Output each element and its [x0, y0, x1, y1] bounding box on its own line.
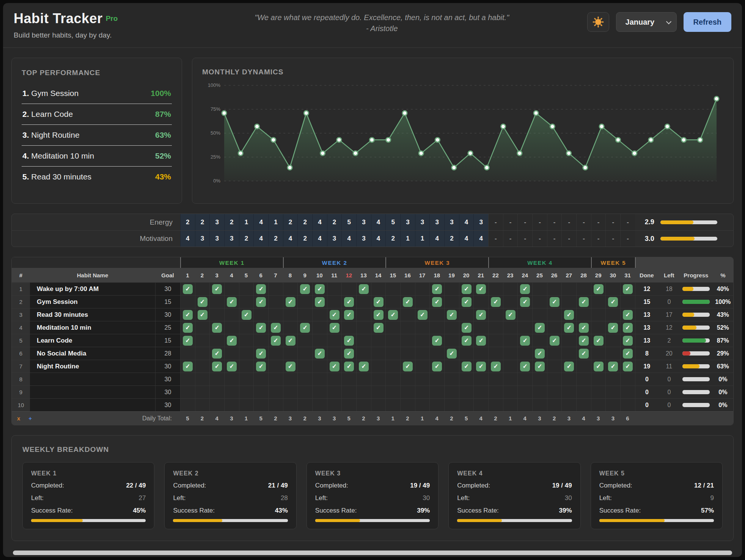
metric-day-cell[interactable]: -: [561, 214, 576, 230]
habit-day-cell[interactable]: [576, 308, 591, 321]
habit-day-cell[interactable]: ✓: [180, 308, 195, 321]
habit-day-cell[interactable]: [444, 296, 459, 308]
habit-day-cell[interactable]: [620, 399, 635, 411]
habit-day-cell[interactable]: [605, 308, 620, 321]
habit-day-cell[interactable]: [297, 399, 312, 411]
habit-day-cell[interactable]: [576, 399, 591, 411]
habit-day-cell[interactable]: [576, 373, 591, 385]
habit-day-cell[interactable]: ✓: [327, 360, 342, 373]
habit-day-cell[interactable]: ✓: [356, 360, 371, 373]
habit-day-cell[interactable]: [239, 386, 254, 398]
habit-day-cell[interactable]: ✓: [371, 296, 386, 308]
habit-day-cell[interactable]: [195, 321, 210, 334]
habit-day-cell[interactable]: [591, 399, 606, 411]
habit-day-cell[interactable]: ✓: [297, 283, 312, 295]
habit-day-cell[interactable]: [415, 373, 430, 385]
habit-day-cell[interactable]: ✓: [415, 308, 430, 321]
habit-day-cell[interactable]: [209, 308, 224, 321]
habit-day-cell[interactable]: ✓: [253, 296, 268, 308]
habit-day-cell[interactable]: [561, 386, 576, 398]
habit-day-cell[interactable]: [532, 296, 547, 308]
habit-day-cell[interactable]: [488, 399, 503, 411]
habit-day-cell[interactable]: [268, 283, 283, 295]
metric-day-cell[interactable]: -: [488, 231, 503, 247]
metric-day-cell[interactable]: 4: [253, 214, 268, 230]
metric-day-cell[interactable]: -: [532, 214, 547, 230]
habit-day-cell[interactable]: [253, 334, 268, 347]
habit-day-cell[interactable]: ✓: [591, 334, 606, 347]
metric-day-cell[interactable]: 3: [209, 214, 224, 230]
habit-day-cell[interactable]: ✓: [429, 334, 444, 347]
metric-day-cell[interactable]: 2: [385, 231, 400, 247]
habit-day-cell[interactable]: ✓: [268, 334, 283, 347]
habit-day-cell[interactable]: ✓: [180, 321, 195, 334]
habit-day-cell[interactable]: [253, 308, 268, 321]
metric-day-cell[interactable]: -: [488, 214, 503, 230]
habit-day-cell[interactable]: ✓: [400, 296, 415, 308]
habit-day-cell[interactable]: ✓: [517, 283, 532, 295]
habit-day-cell[interactable]: [503, 321, 518, 334]
metric-day-cell[interactable]: 4: [312, 231, 327, 247]
habit-day-cell[interactable]: [239, 334, 254, 347]
habit-day-cell[interactable]: ✓: [297, 321, 312, 334]
habit-day-cell[interactable]: ✓: [620, 347, 635, 360]
habit-day-cell[interactable]: [239, 399, 254, 411]
habit-day-cell[interactable]: ✓: [561, 308, 576, 321]
habit-day-cell[interactable]: [224, 308, 239, 321]
metric-day-cell[interactable]: 2: [224, 214, 239, 230]
metric-day-cell[interactable]: 2: [195, 214, 210, 230]
metric-day-cell[interactable]: 3: [356, 231, 371, 247]
habit-day-cell[interactable]: [209, 386, 224, 398]
habit-day-cell[interactable]: [415, 321, 430, 334]
habit-day-cell[interactable]: [429, 373, 444, 385]
habit-day-cell[interactable]: ✓: [620, 308, 635, 321]
habit-day-cell[interactable]: [224, 373, 239, 385]
habit-day-cell[interactable]: ✓: [532, 321, 547, 334]
habit-day-cell[interactable]: [503, 399, 518, 411]
habit-day-cell[interactable]: ✓: [209, 283, 224, 295]
habit-day-cell[interactable]: ✓: [576, 334, 591, 347]
habit-day-cell[interactable]: [371, 334, 386, 347]
habit-day-cell[interactable]: ✓: [605, 296, 620, 308]
habit-name-cell[interactable]: Meditation 10 min: [30, 321, 155, 334]
habit-day-cell[interactable]: [341, 386, 356, 398]
theme-toggle-button[interactable]: [587, 12, 609, 32]
habit-day-cell[interactable]: [224, 386, 239, 398]
habit-day-cell[interactable]: [385, 283, 400, 295]
metric-day-cell[interactable]: 2: [268, 231, 283, 247]
metric-day-cell[interactable]: 4: [312, 214, 327, 230]
habit-day-cell[interactable]: ✓: [444, 308, 459, 321]
habit-day-cell[interactable]: ✓: [459, 296, 474, 308]
habit-day-cell[interactable]: [444, 399, 459, 411]
habit-day-cell[interactable]: [503, 373, 518, 385]
habit-day-cell[interactable]: [473, 296, 488, 308]
habit-day-cell[interactable]: [576, 386, 591, 398]
habit-day-cell[interactable]: ✓: [429, 296, 444, 308]
habit-day-cell[interactable]: [620, 373, 635, 385]
habit-day-cell[interactable]: ✓: [312, 283, 327, 295]
metric-day-cell[interactable]: 4: [341, 231, 356, 247]
habit-day-cell[interactable]: [356, 334, 371, 347]
habit-day-cell[interactable]: [327, 334, 342, 347]
habit-day-cell[interactable]: [327, 373, 342, 385]
habit-day-cell[interactable]: [561, 334, 576, 347]
habit-day-cell[interactable]: [488, 321, 503, 334]
habit-day-cell[interactable]: [429, 399, 444, 411]
habit-day-cell[interactable]: [297, 347, 312, 360]
habit-day-cell[interactable]: ✓: [444, 347, 459, 360]
metric-day-cell[interactable]: 3: [444, 214, 459, 230]
habit-day-cell[interactable]: [415, 334, 430, 347]
habit-day-cell[interactable]: [605, 347, 620, 360]
metric-day-cell[interactable]: 1: [239, 214, 254, 230]
habit-day-cell[interactable]: [517, 308, 532, 321]
habit-day-cell[interactable]: [268, 360, 283, 373]
habit-day-cell[interactable]: [283, 347, 298, 360]
habit-day-cell[interactable]: ✓: [400, 360, 415, 373]
habit-day-cell[interactable]: [503, 334, 518, 347]
habit-day-cell[interactable]: [503, 386, 518, 398]
habit-day-cell[interactable]: ✓: [605, 360, 620, 373]
habit-day-cell[interactable]: [195, 347, 210, 360]
habit-day-cell[interactable]: [239, 373, 254, 385]
habit-day-cell[interactable]: [429, 321, 444, 334]
habit-day-cell[interactable]: [620, 386, 635, 398]
